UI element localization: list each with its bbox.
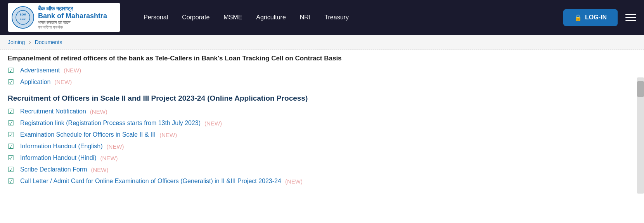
call-letter-new-badge: (NEW) xyxy=(285,178,303,185)
info-handout-hi-link[interactable]: Information Handout (Hindi) xyxy=(20,154,97,161)
scroll-thumb xyxy=(637,81,644,97)
advertisement-link-item: ☑ Advertisement (NEW) xyxy=(8,66,628,75)
call-letter-link[interactable]: Call Letter / Admit Card for Online Exam… xyxy=(20,178,281,185)
nav-item-treasury[interactable]: Treasury xyxy=(324,14,349,21)
scribe-form-new-badge: (NEW) xyxy=(91,166,109,173)
bank-logo-icon: BOM BANK xyxy=(12,6,34,29)
application-link-item: ☑ Application (NEW) xyxy=(8,78,628,86)
login-label: LOG-IN xyxy=(585,14,607,21)
svg-text:BANK: BANK xyxy=(20,18,26,21)
info-handout-hi-new-badge: (NEW) xyxy=(100,155,118,161)
nav-item-msme[interactable]: MSME xyxy=(223,14,242,21)
logo-area: BOM BANK बैंक ऑफ महाराष्ट्र Bank of Maha… xyxy=(8,3,120,32)
check-icon-scribe-form: ☑ xyxy=(8,165,16,174)
recruitment-notification-link[interactable]: Recruitment Notification xyxy=(20,108,86,115)
hamburger-line-2 xyxy=(625,17,636,18)
scribe-form-item: ☑ Scribe Declaration Form (NEW) xyxy=(8,165,628,174)
application-new-badge: (NEW) xyxy=(54,79,72,85)
logo-tagline-en: एक परिवार एक बैंक xyxy=(38,25,107,30)
breadcrumb-documents[interactable]: Documents xyxy=(35,39,62,45)
lock-icon: 🔒 xyxy=(574,14,582,21)
nav-item-nri[interactable]: NRI xyxy=(300,14,311,21)
check-icon-registration: ☑ xyxy=(8,119,16,127)
advertisement-link[interactable]: Advertisement xyxy=(20,67,60,74)
navbar: BOM BANK बैंक ऑफ महाराष्ट्र Bank of Maha… xyxy=(0,0,644,35)
login-button[interactable]: 🔒 LOG-IN xyxy=(563,9,618,26)
svg-text:BOM: BOM xyxy=(20,13,26,16)
hamburger-menu[interactable] xyxy=(625,14,636,21)
recruitment-notification-item: ☑ Recruitment Notification (NEW) xyxy=(8,107,628,116)
registration-link[interactable]: Registration link (Registration Process … xyxy=(20,120,201,127)
registration-new-badge: (NEW) xyxy=(204,120,222,127)
main-content: Empanelment of retired officers of the b… xyxy=(0,50,636,196)
application-link[interactable]: Application xyxy=(20,79,50,86)
recruitment-section-heading: Recruitment of Officers in Scale II and … xyxy=(8,93,628,104)
info-handout-hi-item: ☑ Information Handout (Hindi) (NEW) xyxy=(8,154,628,162)
check-icon-advertisement: ☑ xyxy=(8,66,16,75)
info-handout-en-link[interactable]: Information Handout (English) xyxy=(20,143,103,150)
logo-english-name: Bank of Maharashtra xyxy=(38,12,107,20)
breadcrumb: Joining › Documents xyxy=(0,35,644,50)
check-icon-info-handout-en: ☑ xyxy=(8,142,16,151)
nav-item-corporate[interactable]: Corporate xyxy=(182,14,209,21)
call-letter-item: ☑ Call Letter / Admit Card for Online Ex… xyxy=(8,177,628,185)
check-icon-exam-schedule: ☑ xyxy=(8,130,16,139)
exam-schedule-item: ☑ Examination Schedule for Officers in S… xyxy=(8,130,628,139)
exam-schedule-link[interactable]: Examination Schedule for Officers in Sca… xyxy=(20,131,156,138)
breadcrumb-joining[interactable]: Joining xyxy=(8,39,25,45)
info-handout-en-item: ☑ Information Handout (English) (NEW) xyxy=(8,142,628,151)
registration-link-item: ☑ Registration link (Registration Proces… xyxy=(8,119,628,127)
hamburger-line-1 xyxy=(625,14,636,15)
logo-tagline-hindi: भारत सरकार का उद्यम xyxy=(38,20,107,25)
info-handout-en-new-badge: (NEW) xyxy=(107,143,124,150)
check-icon-recruitment-notification: ☑ xyxy=(8,107,16,116)
logo-text-group: बैंक ऑफ महाराष्ट्र Bank of Maharashtra भ… xyxy=(38,5,107,30)
nav-item-agriculture[interactable]: Agriculture xyxy=(256,14,286,21)
advertisement-new-badge: (NEW) xyxy=(64,67,81,74)
logo-hindi-name: बैंक ऑफ महाराष्ट्र xyxy=(38,5,107,12)
nav-item-personal[interactable]: Personal xyxy=(144,14,168,21)
nav-links: Personal Corporate MSME Agriculture NRI … xyxy=(144,14,552,21)
hamburger-line-3 xyxy=(625,20,636,21)
check-icon-application: ☑ xyxy=(8,78,16,86)
recruitment-notification-new-badge: (NEW) xyxy=(90,108,107,115)
exam-schedule-new-badge: (NEW) xyxy=(159,132,177,138)
check-icon-info-handout-hi: ☑ xyxy=(8,154,16,162)
check-icon-call-letter: ☑ xyxy=(8,177,16,185)
scribe-form-link[interactable]: Scribe Declaration Form xyxy=(20,166,87,173)
empanelment-heading: Empanelment of retired officers of the b… xyxy=(8,54,628,63)
breadcrumb-arrow: › xyxy=(29,39,31,46)
scrollbar[interactable] xyxy=(637,77,644,194)
